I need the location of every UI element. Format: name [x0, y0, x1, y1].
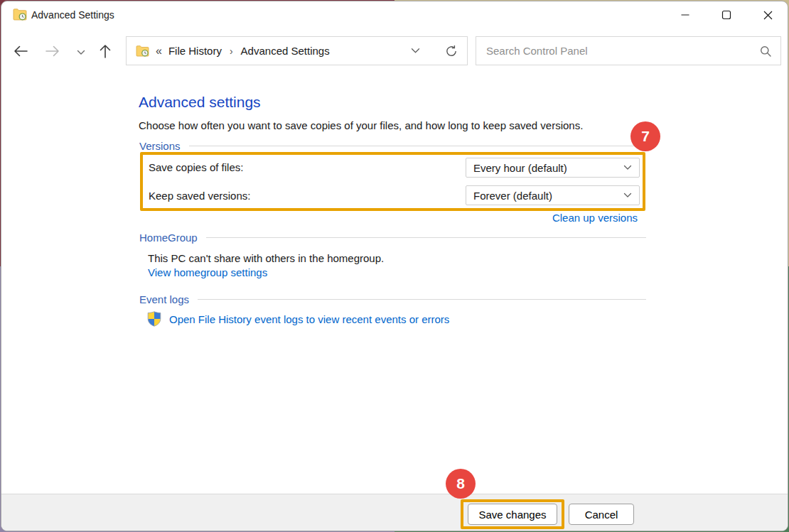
screenshot-root: Advanced Settings	[0, 0, 789, 532]
view-homegroup-settings-link[interactable]: View homegroup settings	[148, 266, 267, 278]
section-homegroup: HomeGroup	[139, 232, 646, 244]
page-title: Advanced settings	[139, 94, 261, 111]
keep-versions-dropdown-value: Forever (default)	[473, 190, 552, 202]
section-versions-label: Versions	[139, 140, 181, 152]
breadcrumb-overflow-icon[interactable]: «	[156, 45, 162, 58]
page-description: Choose how often you want to save copies…	[139, 119, 583, 131]
uac-shield-icon	[147, 311, 161, 327]
advanced-settings-window: Advanced Settings	[1, 1, 788, 531]
cancel-button[interactable]: Cancel	[569, 504, 634, 525]
forward-arrow-icon[interactable]	[43, 41, 63, 61]
search-box[interactable]	[476, 36, 781, 65]
keep-versions-label: Keep saved versions:	[149, 190, 250, 202]
save-copies-dropdown-value: Every hour (default)	[473, 162, 567, 174]
save-copies-dropdown[interactable]: Every hour (default)	[466, 158, 640, 178]
up-arrow-icon[interactable]	[95, 41, 115, 61]
close-button[interactable]	[752, 3, 783, 27]
breadcrumb-item-advanced-settings[interactable]: Advanced Settings	[241, 45, 330, 57]
section-divider	[198, 299, 646, 300]
section-event-logs-label: Event logs	[139, 293, 189, 305]
save-changes-button[interactable]: Save changes	[468, 504, 557, 525]
section-divider	[189, 146, 646, 146]
chevron-down-icon	[623, 165, 632, 170]
event-logs-link-row[interactable]: Open File History event logs to view rec…	[147, 311, 449, 327]
clean-up-versions-link[interactable]: Clean up versions	[552, 212, 638, 224]
homegroup-status-text: This PC can't share with others in the h…	[148, 252, 384, 264]
section-versions: Versions	[139, 140, 646, 152]
search-input[interactable]	[485, 44, 759, 58]
search-icon[interactable]	[759, 45, 772, 58]
section-event-logs: Event logs	[139, 293, 646, 305]
footer-bar	[1, 494, 788, 531]
save-copies-label: Save copies of files:	[149, 161, 243, 173]
file-history-icon	[13, 8, 27, 21]
callout-badge-7: 7	[630, 121, 660, 151]
refresh-icon[interactable]	[445, 45, 458, 58]
section-homegroup-label: HomeGroup	[139, 232, 198, 244]
maximize-button[interactable]	[711, 3, 742, 27]
chevron-down-icon	[623, 192, 632, 198]
address-dropdown-chevron-icon[interactable]	[411, 48, 420, 54]
back-arrow-icon[interactable]	[11, 41, 31, 61]
keep-versions-dropdown[interactable]: Forever (default)	[466, 185, 640, 205]
breadcrumb-separator-icon: ›	[228, 45, 235, 57]
address-bar[interactable]: « File History › Advanced Settings	[126, 36, 468, 65]
section-divider	[206, 237, 646, 238]
breadcrumb-folder-icon	[136, 45, 149, 57]
breadcrumb-item-file-history[interactable]: File History	[168, 45, 222, 57]
window-title: Advanced Settings	[31, 9, 114, 21]
recent-pages-chevron-icon[interactable]	[71, 43, 91, 63]
callout-badge-8: 8	[446, 469, 476, 499]
minimize-button[interactable]	[670, 3, 701, 27]
open-event-logs-link[interactable]: Open File History event logs to view rec…	[169, 313, 449, 325]
